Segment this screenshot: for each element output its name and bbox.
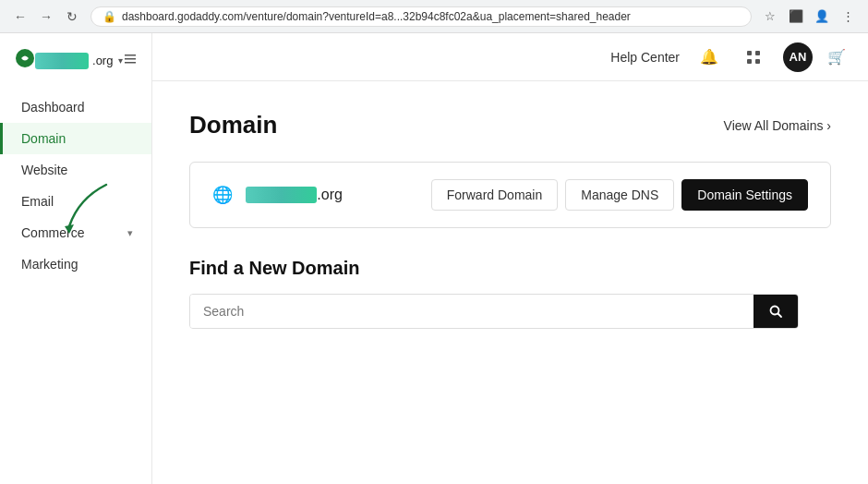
sidebar-header: .org ▾ [0,33,151,84]
extensions-button[interactable]: ⬛ [785,6,807,28]
sidebar-item-label: Website [21,163,67,177]
address-bar[interactable]: 🔒 dashboard.godaddy.com/venture/domain?v… [90,6,752,27]
domain-name: .org [246,187,431,203]
sidebar-item-dashboard[interactable]: Dashboard [0,91,151,123]
globe-icon: 🌐 [212,185,233,205]
find-domain-title: Find a New Domain [189,258,831,279]
svg-rect-5 [755,51,760,55]
svg-rect-3 [125,62,136,64]
sidebar-item-marketing[interactable]: Marketing [0,248,151,280]
sidebar-item-label: Domain [21,131,66,146]
browser-chrome: ← → ↻ 🔒 dashboard.godaddy.com/venture/do… [0,0,868,33]
sidebar-brand[interactable]: .org ▾ [35,53,123,69]
sidebar-item-label: Marketing [21,257,78,272]
domain-settings-button[interactable]: Domain Settings [681,179,808,211]
manage-dns-button[interactable]: Manage DNS [565,179,674,211]
brand-name-blurred [35,53,89,69]
godaddy-logo-icon [15,48,35,73]
domain-search-input[interactable] [190,295,753,328]
domain-search-bar [189,294,799,329]
sidebar-item-label: Dashboard [21,100,85,115]
topbar: Help Center 🔔 AN 🛒 [152,33,868,81]
browser-actions: ☆ ⬛ 👤 ⋮ [759,6,859,28]
sidebar-item-website[interactable]: Website [0,154,151,186]
page-title: Domain [189,111,277,139]
address-text: dashboard.godaddy.com/venture/domain?ven… [122,10,740,23]
svg-rect-2 [125,58,136,60]
svg-line-9 [778,314,782,318]
notifications-button[interactable]: 🔔 [694,42,724,72]
reload-button[interactable]: ↻ [61,6,83,28]
browser-nav-buttons: ← → ↻ [9,6,83,28]
domain-card: 🌐 .org Forward Domain Manage DNS Domain … [189,162,831,228]
bookmark-star-button[interactable]: ☆ [759,6,781,28]
sidebar-nav: Dashboard Domain Website Email Commerce … [0,84,151,484]
back-button[interactable]: ← [9,6,31,28]
svg-rect-7 [755,59,760,64]
profile-button[interactable]: 👤 [811,6,833,28]
cart-button[interactable]: 🛒 [827,48,846,66]
sidebar-item-label: Email [21,194,54,209]
apps-grid-button[interactable] [739,42,768,72]
find-domain-section: Find a New Domain [189,258,831,329]
topbar-actions: Help Center 🔔 AN 🛒 [610,42,846,72]
lock-icon: 🔒 [102,10,116,23]
svg-rect-4 [747,51,752,55]
help-center-link[interactable]: Help Center [610,50,680,65]
search-icon [768,304,783,319]
svg-rect-6 [747,59,752,64]
app-container: .org ▾ Dashboard Domain Website [0,33,868,484]
sidebar-collapse-button[interactable] [123,52,138,69]
domain-suffix: .org [317,187,343,202]
more-button[interactable]: ⋮ [837,6,859,28]
sidebar-logo [15,48,35,73]
main-content: Domain View All Domains › 🌐 .org Forward… [152,81,868,484]
view-all-domains-link[interactable]: View All Domains › [724,118,831,133]
page-header: Domain View All Domains › [189,111,831,139]
domain-card-actions: Forward Domain Manage DNS Domain Setting… [431,179,808,211]
forward-button[interactable]: → [35,6,57,28]
sidebar-item-domain[interactable]: Domain [0,123,151,154]
commerce-chevron-icon: ▾ [127,227,133,239]
sidebar-item-email[interactable]: Email [0,186,151,217]
sidebar: .org ▾ Dashboard Domain Website [0,33,152,484]
brand-domain: .org [92,54,113,67]
avatar[interactable]: AN [783,42,813,72]
domain-name-blurred [246,187,317,203]
svg-rect-1 [125,54,136,56]
forward-domain-button[interactable]: Forward Domain [431,179,558,211]
sidebar-item-commerce[interactable]: Commerce ▾ [0,217,151,248]
search-button[interactable] [753,295,798,328]
sidebar-item-label: Commerce [21,225,84,240]
